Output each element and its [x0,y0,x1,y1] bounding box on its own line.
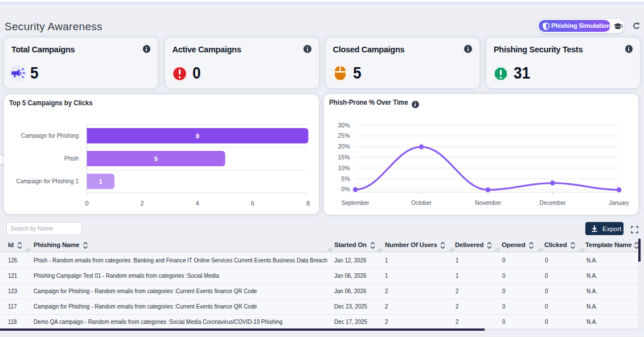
svg-text:October: October [411,200,432,206]
svg-text:8: 8 [306,200,310,207]
svg-text:0%: 0% [341,186,350,192]
svg-text:1: 1 [99,178,103,185]
svg-text:15%: 15% [338,154,350,161]
svg-text:November: November [475,200,502,206]
svg-text:September: September [342,200,370,206]
svg-text:20%: 20% [338,143,350,150]
svg-text:25%: 25% [338,132,350,139]
svg-text:December: December [539,200,566,206]
svg-text:0: 0 [85,200,88,207]
svg-text:5%: 5% [341,175,350,182]
svg-text:5: 5 [154,155,158,162]
svg-text:January: January [609,200,629,206]
svg-text:Campaign for Phishing: Campaign for Phishing [21,133,79,139]
svg-text:4: 4 [195,200,199,207]
svg-text:8: 8 [196,133,200,139]
svg-text:10%: 10% [338,165,350,171]
svg-text:Phish: Phish [64,155,79,162]
svg-text:2: 2 [140,200,143,207]
svg-text:30%: 30% [338,122,350,129]
svg-text:Campaign for Phishing 1: Campaign for Phishing 1 [16,178,79,184]
svg-text:6: 6 [251,200,254,207]
